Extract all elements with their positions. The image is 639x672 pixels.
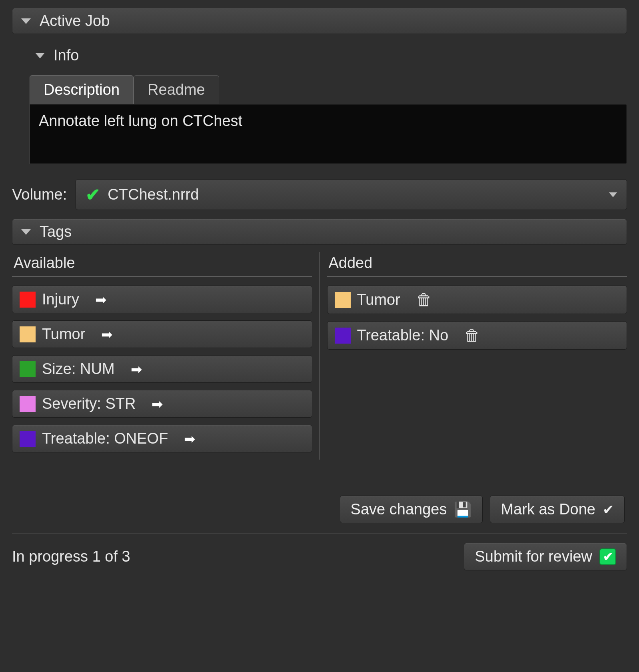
tag-label: Treatable: No [357,327,449,344]
active-job-header[interactable]: Active Job [12,8,627,34]
mark-as-done-button[interactable]: Mark as Done ✔ [490,496,625,523]
description-text: Annotate left lung on CTChest [39,112,242,129]
tab-description[interactable]: Description [30,75,134,104]
arrow-right-icon: ➡ [152,397,163,411]
color-swatch [20,361,36,377]
arrow-right-icon: ➡ [184,432,195,446]
tags-header[interactable]: Tags [12,219,627,245]
color-swatch [20,396,36,412]
color-swatch [20,292,36,308]
chevron-down-icon [609,192,617,197]
divider [12,276,312,277]
active-job-title: Active Job [40,12,110,30]
collapse-icon [21,18,31,24]
volume-value: CTChest.nrrd [108,186,199,203]
tag-label: Tumor [357,291,400,308]
check-icon: ✔ [603,502,614,518]
status-progress: In progress 1 of 3 [12,548,130,565]
tag-label: Treatable: ONEOF [42,430,168,447]
tag-label: Injury [42,291,79,308]
arrow-right-icon: ➡ [101,328,112,341]
trash-icon[interactable]: 🗑 [416,291,432,309]
volume-dropdown[interactable]: ✔ CTChest.nrrd [76,179,627,210]
tag-label: Size: NUM [42,360,115,378]
tags-title: Tags [40,223,72,240]
added-tag[interactable]: Treatable: No🗑 [327,321,627,350]
available-tag[interactable]: Treatable: ONEOF➡ [12,425,312,452]
arrow-right-icon: ➡ [95,293,106,306]
trash-icon[interactable]: 🗑 [464,326,480,344]
tag-label: Severity: STR [42,395,136,412]
available-tag[interactable]: Injury➡ [12,286,312,313]
info-title: Info [54,47,79,64]
color-swatch [335,292,351,308]
submit-for-review-label: Submit for review [475,548,592,565]
tab-readme[interactable]: Readme [134,75,219,104]
color-swatch [20,326,36,342]
available-tag[interactable]: Size: NUM➡ [12,355,312,383]
description-textbox[interactable]: Annotate left lung on CTChest [30,104,627,164]
collapse-icon [21,229,31,235]
added-title: Added [327,252,627,276]
save-changes-button[interactable]: Save changes 💾 [340,496,483,523]
info-header[interactable]: Info [21,43,627,68]
color-swatch [20,431,36,447]
mark-as-done-label: Mark as Done [501,501,595,518]
color-swatch [335,328,351,344]
save-changes-label: Save changes [351,501,447,518]
divider [327,276,627,277]
added-tag[interactable]: Tumor🗑 [327,286,627,314]
tag-label: Tumor [42,326,85,343]
available-tag[interactable]: Severity: STR➡ [12,390,312,418]
save-icon: 💾 [454,501,472,518]
check-icon: ✔ [86,184,100,205]
collapse-icon [35,53,45,58]
available-tag[interactable]: Tumor➡ [12,320,312,348]
checkbox-checked-icon: ✔ [599,548,616,565]
tab-readme-label: Readme [148,81,205,98]
tab-description-label: Description [44,81,120,98]
volume-label: Volume: [12,186,67,203]
arrow-right-icon: ➡ [131,362,142,376]
available-title: Available [12,252,312,276]
submit-for-review-button[interactable]: Submit for review ✔ [464,543,627,570]
